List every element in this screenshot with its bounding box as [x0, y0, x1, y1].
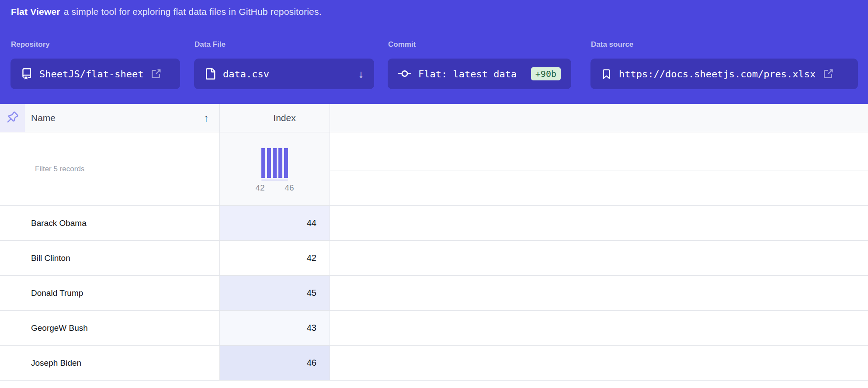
app-title: Flat Viewer [11, 7, 60, 17]
row-filler [330, 206, 868, 240]
row-filler [330, 276, 868, 310]
filter-row: 42 46 [0, 132, 868, 206]
column-header-index-label: Index [273, 113, 295, 123]
table-row: GeorgeW Bush 43 [0, 311, 868, 346]
row-filler [330, 241, 868, 275]
commit-label: Commit [388, 40, 416, 49]
index-cell: 45 [220, 276, 330, 310]
column-header-name-label: Name [31, 113, 56, 123]
filter-cell-index-histogram[interactable]: 42 46 [220, 132, 330, 205]
column-header-index[interactable]: Index [220, 104, 330, 132]
index-cell: 44 [220, 206, 330, 240]
flat-viewer-app: Flat Viewera simple tool for exploring f… [0, 0, 868, 388]
table-row: Bill Clinton 42 [0, 241, 868, 276]
row-filler [330, 346, 868, 380]
repository-button[interactable]: SheetJS/flat-sheet [10, 59, 180, 89]
table-row: Joseph Biden 46 [0, 346, 868, 381]
table-row: Barack Obama 44 [0, 206, 868, 241]
histogram-bar [273, 148, 277, 178]
title-line: Flat Viewera simple tool for exploring f… [11, 7, 322, 17]
index-cell: 46 [220, 346, 330, 380]
index-cell: 43 [220, 311, 330, 345]
pin-icon [7, 111, 18, 125]
file-icon [205, 68, 216, 80]
repository-label: Repository [11, 40, 50, 49]
histogram-min-label: 42 [256, 183, 265, 193]
filler-divider [330, 132, 868, 170]
filter-cell-name [0, 132, 220, 205]
data-source-link[interactable]: https://docs.sheetjs.com/pres.xlsx [590, 59, 858, 89]
histogram-bar [267, 148, 271, 178]
data-file-select[interactable]: data.csv ↓ [194, 59, 374, 89]
commit-diff-badge: +90b [531, 67, 561, 80]
table-row: Donald Trump 45 [0, 276, 868, 311]
column-header-name[interactable]: Name ↑ [25, 104, 220, 132]
app-subtitle: a simple tool for exploring flat data fi… [64, 7, 322, 17]
external-link-icon [823, 69, 833, 80]
repository-value: SheetJS/flat-sheet [39, 69, 143, 80]
pin-column-toggle[interactable] [0, 104, 25, 132]
histogram-baseline [261, 180, 288, 180]
chevron-down-icon: ↓ [358, 68, 364, 80]
name-cell: Donald Trump [0, 276, 220, 310]
histogram-bars [261, 148, 288, 178]
repo-icon [21, 68, 32, 80]
index-cell: 42 [220, 241, 330, 275]
sort-ascending-icon: ↑ [204, 112, 209, 124]
data-source-label: Data source [591, 40, 633, 49]
filter-input[interactable] [0, 132, 219, 205]
header-filler [330, 104, 868, 132]
data-table: Name ↑ Index 42 46 [0, 104, 868, 381]
filter-filler [330, 132, 868, 205]
histogram-bar [284, 148, 288, 178]
histogram-labels: 42 46 [256, 183, 294, 193]
name-cell: Joseph Biden [0, 346, 220, 380]
commit-icon [398, 67, 411, 80]
data-file-value: data.csv [223, 69, 269, 80]
name-cell: GeorgeW Bush [0, 311, 220, 345]
histogram-max-label: 46 [285, 183, 294, 193]
name-cell: Bill Clinton [0, 241, 220, 275]
histogram-bar [261, 148, 265, 178]
data-file-label: Data File [194, 40, 226, 49]
table-body: Barack Obama 44 Bill Clinton 42 Donald T… [0, 206, 868, 381]
bookmark-icon [601, 69, 612, 80]
topbar: Flat Viewera simple tool for exploring f… [0, 0, 868, 104]
histogram-bar [278, 148, 282, 178]
name-cell: Barack Obama [0, 206, 220, 240]
data-source-url: https://docs.sheetjs.com/pres.xlsx [619, 69, 816, 80]
commit-button[interactable]: Flat: latest data +90b [388, 59, 571, 89]
row-filler [330, 311, 868, 345]
external-link-icon [150, 69, 161, 80]
commit-message: Flat: latest data [418, 69, 517, 80]
table-header-row: Name ↑ Index [0, 104, 868, 132]
